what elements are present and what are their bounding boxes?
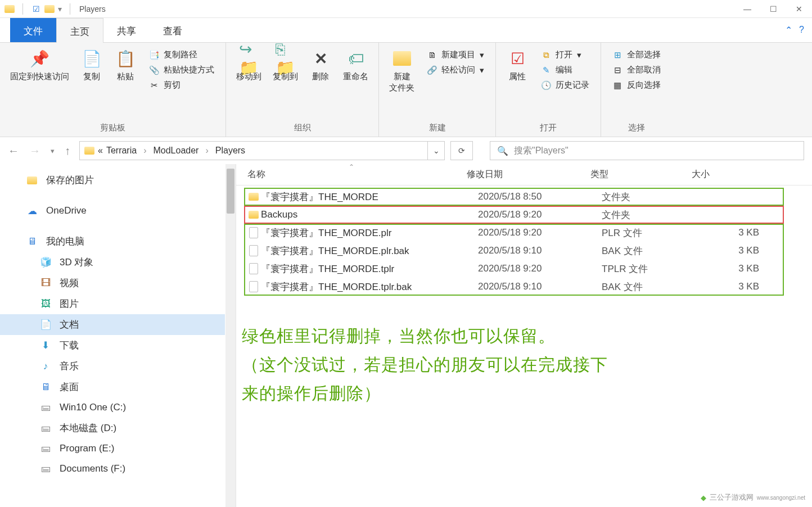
music-icon: ♪ xyxy=(39,360,52,373)
qat-dropdown-icon[interactable]: ▾ xyxy=(58,4,62,13)
properties-button[interactable]: ☑属性 xyxy=(502,46,533,84)
chevron-right-icon[interactable]: › xyxy=(205,146,208,156)
sidebar-item[interactable]: 🖥我的电脑 xyxy=(0,231,225,252)
copy-button[interactable]: 📄复制 xyxy=(76,46,107,84)
drive-icon: 🖴 xyxy=(39,442,52,455)
sidebar-item-label: 下载 xyxy=(60,339,79,352)
tab-view[interactable]: 查看 xyxy=(150,18,196,42)
annotation-box-green xyxy=(244,188,784,206)
sidebar: 保存的图片☁OneDrive🖥我的电脑🧊3D 对象🎞视频🖼图片📄文档⬇下载♪音乐… xyxy=(0,164,236,507)
forward-button[interactable]: → xyxy=(29,144,40,157)
edit-button[interactable]: ✎编辑 xyxy=(539,64,592,76)
sidebar-item[interactable]: 🖴Documents (F:) xyxy=(0,459,225,479)
dl-icon: ⬇ xyxy=(39,339,52,352)
col-type[interactable]: 类型 xyxy=(590,169,692,180)
cloud-icon: ☁ xyxy=(26,205,38,217)
sidebar-scrollbar[interactable] xyxy=(225,164,236,507)
crumb-modloader[interactable]: ModLoader xyxy=(153,146,199,156)
delete-button[interactable]: ✕删除 xyxy=(305,46,336,84)
open-button[interactable]: ⧉打开 ▾ xyxy=(539,48,592,61)
group-new: 新建 xyxy=(385,119,490,135)
select-all-button[interactable]: ⊞全部选择 xyxy=(610,48,663,61)
refresh-button[interactable]: ⟳ xyxy=(450,141,473,160)
group-organize: 组织 xyxy=(232,119,373,135)
ribbon-help: ⌃ ? xyxy=(785,25,804,35)
pin-button[interactable]: 📌固定到快速访问 xyxy=(6,46,74,84)
history-button[interactable]: 🕓历史记录 xyxy=(539,79,592,92)
sidebar-item[interactable]: ⬇下载 xyxy=(0,335,225,356)
drive-icon: 🖴 xyxy=(39,463,52,475)
maximize-button[interactable]: ☐ xyxy=(760,0,786,18)
copy-path-button[interactable]: 📑复制路径 xyxy=(147,48,216,61)
sidebar-item-label: Win10 One (C:) xyxy=(60,402,126,413)
sidebar-item[interactable]: 🎞视频 xyxy=(0,273,225,293)
group-select: 选择 xyxy=(607,119,666,135)
sidebar-item-label: 保存的图片 xyxy=(46,174,94,187)
sidebar-item-label: 3D 对象 xyxy=(60,256,93,269)
quick-access-toolbar: ☑ ▾ xyxy=(4,3,75,15)
col-name[interactable]: 名称 xyxy=(247,169,467,180)
sidebar-item[interactable]: 📄文档 xyxy=(0,314,225,335)
copy-to-button[interactable]: ⎘📁复制到 xyxy=(268,46,303,84)
tab-home[interactable]: 主页 xyxy=(56,18,103,43)
up-button[interactable]: ↑ xyxy=(65,144,70,157)
collapse-ribbon-icon[interactable]: ⌃ xyxy=(785,25,792,35)
cube-icon: 🧊 xyxy=(39,256,52,269)
paste-button[interactable]: 📋粘贴 xyxy=(110,46,141,84)
folder-icon xyxy=(4,4,15,14)
address-dropdown[interactable]: ⌄ xyxy=(428,141,445,160)
checkbox-icon[interactable]: ☑ xyxy=(31,4,41,14)
pic-icon: 🖼 xyxy=(39,298,52,310)
tab-file[interactable]: 文件 xyxy=(10,18,56,42)
column-headers: ⌃ 名称 修改日期 类型 大小 xyxy=(236,164,812,185)
sidebar-item[interactable]: 🖴本地磁盘 (D:) xyxy=(0,418,225,438)
sidebar-item-label: 本地磁盘 (D:) xyxy=(60,422,116,434)
new-folder-button[interactable]: 新建 文件夹 xyxy=(385,46,419,95)
search-icon: 🔍 xyxy=(497,146,508,156)
sidebar-item[interactable]: 🧊3D 对象 xyxy=(0,252,225,273)
tab-share[interactable]: 共享 xyxy=(103,18,150,42)
rename-button[interactable]: 🏷重命名 xyxy=(339,46,373,84)
col-date[interactable]: 修改日期 xyxy=(467,169,590,180)
video-icon: 🎞 xyxy=(39,277,52,289)
search-input[interactable]: 🔍 搜索"Players" xyxy=(490,141,804,160)
sidebar-item-label: 音乐 xyxy=(60,360,79,373)
paste-shortcut-button[interactable]: 📎粘贴快捷方式 xyxy=(147,64,216,76)
sidebar-item[interactable]: 🖴Win10 One (C:) xyxy=(0,397,225,418)
invert-selection-button[interactable]: ▦反向选择 xyxy=(610,79,663,92)
minimize-button[interactable]: — xyxy=(734,0,760,18)
sidebar-item[interactable]: ☁OneDrive xyxy=(0,201,225,221)
sidebar-item-label: 图片 xyxy=(60,297,79,310)
sidebar-item[interactable]: 🖴Program (E:) xyxy=(0,438,225,459)
address-bar[interactable]: « Terraria › ModLoader › Players xyxy=(79,141,428,160)
sidebar-item-label: 桌面 xyxy=(60,381,79,393)
sidebar-item-label: Program (E:) xyxy=(60,443,114,454)
select-none-button[interactable]: ⊟全部取消 xyxy=(610,64,663,76)
move-to-button[interactable]: ↪📁移动到 xyxy=(232,46,266,84)
pc-icon: 🖥 xyxy=(26,236,38,248)
sidebar-item[interactable]: 保存的图片 xyxy=(0,170,225,191)
sidebar-item[interactable]: 🖥桌面 xyxy=(0,377,225,397)
help-icon[interactable]: ? xyxy=(799,25,804,35)
group-open: 打开 xyxy=(502,119,595,135)
sort-indicator-icon: ⌃ xyxy=(349,163,354,171)
doc-icon: 📄 xyxy=(39,319,52,331)
sidebar-item-label: 我的电脑 xyxy=(46,235,84,248)
sidebar-item[interactable]: 🖼图片 xyxy=(0,293,225,314)
col-size[interactable]: 大小 xyxy=(692,169,748,180)
sidebar-item[interactable]: ♪音乐 xyxy=(0,356,225,377)
sidebar-item-label: 视频 xyxy=(60,277,79,289)
crumb-players[interactable]: Players xyxy=(215,146,245,156)
annotation-text: 绿色框里记得删掉，当然你也可以保留。 （这个没试过，若是担心的朋友可以在完成接下… xyxy=(242,322,608,408)
cut-button[interactable]: ✂剪切 xyxy=(147,79,216,92)
close-button[interactable]: ✕ xyxy=(786,0,812,18)
chevron-right-icon[interactable]: › xyxy=(143,146,146,156)
sidebar-item-label: 文档 xyxy=(60,318,79,331)
folder-icon xyxy=(26,174,38,187)
easy-access-button[interactable]: 🔗轻松访问 ▾ xyxy=(425,64,486,76)
address-row: ← → ▾ ↑ « Terraria › ModLoader › Players… xyxy=(0,137,812,164)
crumb-terraria[interactable]: Terraria xyxy=(106,146,137,156)
back-button[interactable]: ← xyxy=(8,144,19,157)
new-item-button[interactable]: 🗎新建项目 ▾ xyxy=(425,48,486,61)
recent-dropdown[interactable]: ▾ xyxy=(51,147,55,155)
